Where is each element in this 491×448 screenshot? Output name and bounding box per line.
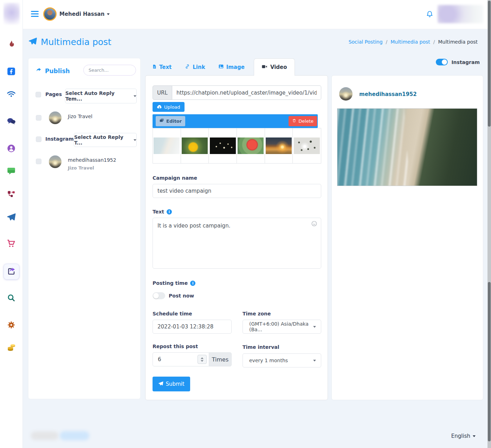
text-label-text: Text xyxy=(153,209,164,215)
sidebar-item-cart[interactable] xyxy=(7,239,16,250)
yellow-flower-frame xyxy=(182,137,208,154)
sidebar-item-flowchart[interactable] xyxy=(7,190,16,200)
sidebar-item-telegram[interactable] xyxy=(7,212,16,223)
schedule-time-input[interactable] xyxy=(153,320,232,334)
campaign-name-input[interactable] xyxy=(153,184,321,198)
time-interval-select[interactable]: every 1 months xyxy=(243,353,321,367)
page-account-checkbox[interactable] xyxy=(36,115,41,121)
video-frame-thumbnail[interactable] xyxy=(265,128,293,163)
instagram-template-value: Select Auto Reply T... xyxy=(74,134,131,146)
sidebar-item-user[interactable] xyxy=(7,144,16,155)
caret-down-icon xyxy=(107,13,110,15)
instagram-checkbox[interactable] xyxy=(36,136,41,142)
blurred-footer-text xyxy=(31,431,58,440)
instagram-account-name[interactable]: mehedihassan1952 xyxy=(68,157,116,163)
time-interval-value: every 1 months xyxy=(249,358,288,363)
publish-label: Publish xyxy=(45,68,70,75)
smiley-icon[interactable] xyxy=(311,220,317,228)
search-input[interactable] xyxy=(83,65,136,76)
repost-count-group: Times xyxy=(153,352,232,366)
blurred-workspace-badge xyxy=(438,5,483,23)
instagram-preview-toggle[interactable] xyxy=(436,59,448,65)
publish-button[interactable]: Publish xyxy=(35,67,70,75)
multimedia-post-screen: Mehedi Hassan Multimedia post Social Pos… xyxy=(0,0,491,448)
tab-video-label: Video xyxy=(270,64,287,70)
tab-video-active[interactable]: Video xyxy=(254,58,295,76)
posting-time-label: Posting time xyxy=(153,280,195,286)
stepper-down-icon[interactable] xyxy=(201,360,203,362)
info-icon[interactable] xyxy=(190,281,195,286)
upload-button[interactable]: Upload xyxy=(153,102,185,112)
tab-text[interactable]: Text xyxy=(152,64,172,70)
tab-text-label: Text xyxy=(159,64,172,70)
pages-template-dropdown[interactable]: Select Auto Reply Tem... xyxy=(65,89,137,103)
flowchart-icon xyxy=(7,190,16,200)
time-zone-select[interactable]: (GMT+6:00) Asia/Dhaka (Ba... xyxy=(243,320,321,334)
instagram-account-checkbox[interactable] xyxy=(36,159,41,164)
blurred-footer-link xyxy=(60,431,89,440)
delete-button[interactable]: Delete xyxy=(289,116,317,126)
top-bar: Mehedi Hassan xyxy=(23,0,491,29)
scrollbar[interactable] xyxy=(487,0,491,448)
sidebar-item-sms[interactable] xyxy=(7,166,16,177)
submit-button[interactable]: Submit xyxy=(153,377,190,391)
video-frame-thumbnail[interactable] xyxy=(181,128,209,163)
url-prefix-label: URL xyxy=(153,85,172,100)
sidebar-item-search[interactable] xyxy=(7,293,16,304)
forward-arrow-icon xyxy=(35,67,42,75)
sidebar-item-payments[interactable] xyxy=(7,343,16,354)
gear-icon xyxy=(7,320,16,331)
video-composer-card: URL Upload Editor Delete Campaign xyxy=(145,75,328,400)
sidebar-item-chat[interactable] xyxy=(6,116,16,128)
upload-cloud-icon xyxy=(157,104,162,110)
scrollbar-thumb[interactable] xyxy=(488,282,491,441)
preview-username: mehedihassan1952 xyxy=(359,91,417,97)
editor-images-icon xyxy=(159,118,164,124)
instagram-label: Instagram xyxy=(45,136,74,142)
post-text-textarea[interactable]: It is a video post campaign. xyxy=(153,218,321,269)
video-frame-thumbnail[interactable] xyxy=(209,128,237,163)
language-dropdown[interactable]: English xyxy=(451,433,476,439)
caret-down-icon xyxy=(473,435,476,437)
sidebar-item-social-posting-active[interactable] xyxy=(4,264,19,280)
user-avatar[interactable] xyxy=(43,7,57,21)
video-frame-thumbnail[interactable] xyxy=(293,128,321,163)
info-icon[interactable] xyxy=(167,209,172,215)
post-now-toggle[interactable] xyxy=(153,292,165,299)
instagram-preview-panel: mehedihassan1952 xyxy=(331,75,483,400)
number-stepper[interactable] xyxy=(198,355,207,364)
tab-image[interactable]: Image xyxy=(218,64,245,71)
video-frame-thumbnail[interactable] xyxy=(237,128,265,163)
scrollbar-thumb[interactable] xyxy=(488,1,491,127)
menu-icon[interactable] xyxy=(31,11,39,18)
sidebar-item-settings[interactable] xyxy=(7,320,16,331)
video-editor-toolbar: Editor Delete xyxy=(153,114,318,128)
user-icon xyxy=(7,144,16,155)
facebook-icon xyxy=(7,67,16,77)
breadcrumb-social-posting[interactable]: Social Posting xyxy=(349,39,383,45)
video-frames-strip xyxy=(153,128,321,164)
video-frame-thumbnail[interactable] xyxy=(153,128,181,163)
editor-button[interactable]: Editor xyxy=(156,116,185,126)
video-url-group: URL xyxy=(153,85,321,100)
page-account-avatar xyxy=(49,111,62,124)
pages-checkbox[interactable] xyxy=(35,92,41,97)
tab-link-label: Link xyxy=(193,64,205,70)
caret-down-icon xyxy=(313,360,316,361)
page-account-name[interactable]: Jizo Travel xyxy=(68,114,92,119)
publish-panel: Publish Pages Select Auto Reply Tem... J… xyxy=(28,58,141,399)
instagram-toggle-label: Instagram xyxy=(451,59,480,65)
image-icon xyxy=(218,64,224,71)
video-url-input[interactable] xyxy=(172,85,321,100)
user-menu[interactable]: Mehedi Hassan xyxy=(59,11,110,17)
repost-label: Repost this post xyxy=(153,344,198,349)
sidebar-item-flame[interactable] xyxy=(7,40,16,50)
sidebar-item-facebook[interactable] xyxy=(7,67,16,77)
stepper-up-icon[interactable] xyxy=(201,357,203,359)
bell-icon[interactable] xyxy=(426,10,434,20)
tab-link[interactable]: Link xyxy=(185,64,205,71)
instagram-template-dropdown[interactable]: Select Auto Reply T... xyxy=(74,133,137,147)
breadcrumb-multimedia-post[interactable]: Multimedia post xyxy=(390,39,430,45)
sidebar-item-wifi[interactable] xyxy=(6,89,16,101)
sms-icon xyxy=(7,166,16,177)
